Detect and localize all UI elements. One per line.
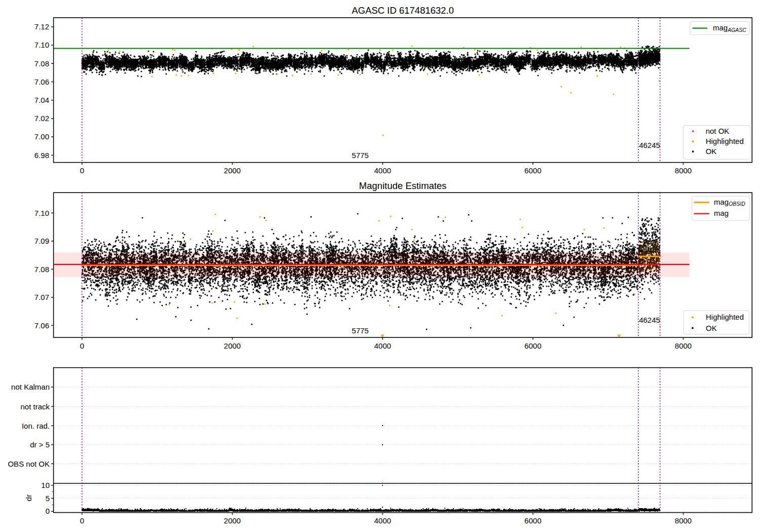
svg-text:7.10: 7.10 bbox=[34, 41, 49, 49]
svg-text:0: 0 bbox=[80, 341, 84, 350]
svg-text:4000: 4000 bbox=[374, 166, 391, 175]
svg-text:not track: not track bbox=[20, 402, 50, 411]
svg-text:7.06: 7.06 bbox=[34, 321, 49, 330]
svg-text:dr > 5: dr > 5 bbox=[30, 440, 50, 449]
svg-text:Highlighted: Highlighted bbox=[706, 313, 744, 321]
svg-text:0: 0 bbox=[80, 166, 84, 175]
svg-text:6.98: 6.98 bbox=[34, 151, 49, 160]
svg-text:2000: 2000 bbox=[224, 341, 241, 350]
svg-text:8000: 8000 bbox=[675, 341, 692, 350]
svg-text:OK: OK bbox=[706, 147, 717, 156]
svg-text:5775: 5775 bbox=[352, 151, 368, 160]
svg-text:7.00: 7.00 bbox=[34, 132, 49, 141]
svg-text:7.02: 7.02 bbox=[34, 114, 49, 123]
svg-text:7.06: 7.06 bbox=[34, 78, 49, 86]
svg-text:46245: 46245 bbox=[639, 316, 660, 324]
svg-text:6000: 6000 bbox=[524, 516, 541, 525]
svg-text:5: 5 bbox=[46, 494, 50, 503]
svg-text:Ion. rad.: Ion. rad. bbox=[22, 422, 50, 430]
svg-text:7.08: 7.08 bbox=[34, 59, 49, 68]
svg-text:2000: 2000 bbox=[224, 166, 241, 175]
svg-text:Highlighted: Highlighted bbox=[706, 137, 744, 145]
svg-text:4000: 4000 bbox=[374, 516, 391, 525]
svg-text:7.09: 7.09 bbox=[34, 237, 49, 245]
svg-text:OBS not OK: OBS not OK bbox=[8, 460, 50, 468]
svg-text:0: 0 bbox=[46, 507, 50, 515]
svg-text:10: 10 bbox=[41, 481, 50, 489]
svg-text:AGASC ID 617481632.0: AGASC ID 617481632.0 bbox=[352, 5, 454, 16]
svg-text:2000: 2000 bbox=[224, 516, 241, 525]
svg-text:mag: mag bbox=[714, 209, 729, 217]
svg-text:7.08: 7.08 bbox=[34, 265, 49, 274]
svg-text:6000: 6000 bbox=[524, 341, 541, 350]
svg-text:0: 0 bbox=[80, 516, 84, 525]
svg-text:7.07: 7.07 bbox=[34, 293, 49, 301]
svg-text:46245: 46245 bbox=[639, 141, 660, 149]
svg-text:7.04: 7.04 bbox=[34, 96, 49, 104]
svg-text:Magnitude Estimates: Magnitude Estimates bbox=[359, 180, 447, 191]
svg-text:not Kalman: not Kalman bbox=[11, 383, 50, 391]
svg-text:8000: 8000 bbox=[675, 166, 692, 175]
svg-text:5775: 5775 bbox=[352, 326, 368, 335]
svg-text:not OK: not OK bbox=[706, 127, 730, 135]
svg-text:6000: 6000 bbox=[524, 166, 541, 175]
svg-text:8000: 8000 bbox=[675, 516, 692, 525]
svg-text:4000: 4000 bbox=[374, 341, 391, 350]
svg-text:7.12: 7.12 bbox=[34, 22, 49, 31]
svg-text:7.10: 7.10 bbox=[34, 209, 49, 217]
svg-text:OK: OK bbox=[706, 324, 717, 332]
svg-text:dr: dr bbox=[24, 495, 33, 501]
